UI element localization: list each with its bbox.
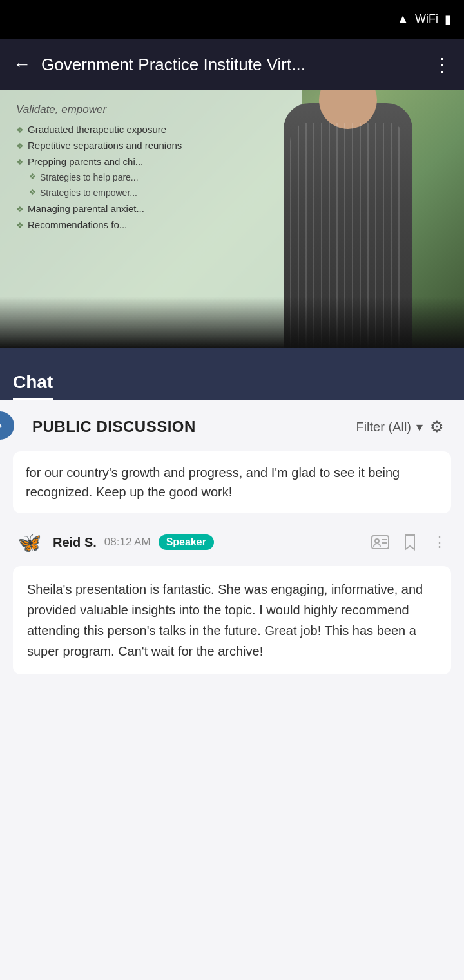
bullet-icon: ❖ (16, 141, 24, 151)
speaker-badge: Speaker (159, 534, 214, 550)
more-options-icon[interactable]: ⋮ (428, 531, 451, 554)
bookmark-icon[interactable] (398, 531, 421, 554)
wifi-icon: WiFi (415, 12, 438, 26)
avatar: 🦋 (13, 526, 45, 558)
filter-label: Filter (All) (356, 420, 411, 435)
previous-message-text: for our country's growth and progress, a… (26, 466, 400, 499)
battery-icon: ▮ (445, 12, 451, 26)
filter-button[interactable]: Filter (All) ▾ (356, 419, 423, 435)
status-bar: ▲ WiFi ▮ (0, 0, 464, 39)
back-button[interactable]: ← (13, 54, 31, 75)
app-header: ← Government Practice Institute Virt... … (0, 39, 464, 90)
gear-icon: ⚙ (430, 418, 444, 436)
header-title: Government Practice Institute Virt... (41, 55, 423, 75)
chat-tab-bar: Chat (0, 348, 464, 400)
chat-tab[interactable]: Chat (13, 372, 53, 400)
signal-icon: ▲ (397, 12, 409, 26)
video-player[interactable]: Validate, empower ❖ Graduated therapeuti… (0, 90, 464, 348)
chevron-right-icon: › (0, 417, 3, 434)
discussion-header: › PUBLIC DISCUSSION Filter (All) ▾ ⚙ (0, 400, 464, 451)
discussion-panel: › PUBLIC DISCUSSION Filter (All) ▾ ⚙ for… (0, 400, 464, 980)
chevron-down-icon: ▾ (416, 419, 423, 435)
sub-bullet-icon: ❖ (29, 172, 36, 181)
message-actions: ⋮ (369, 531, 451, 554)
bullet-icon: ❖ (16, 204, 24, 214)
user-name: Reid S. (53, 535, 97, 550)
bullet-icon: ❖ (16, 125, 24, 135)
chat-messages: for our country's growth and progress, a… (0, 451, 464, 674)
message-meta: 🦋 Reid S. 08:12 AM Speaker (13, 526, 451, 558)
bullet-icon: ❖ (16, 220, 24, 230)
profile-card-icon[interactable] (369, 531, 392, 554)
bullet-icon: ❖ (16, 157, 24, 167)
stage-shadow (0, 297, 464, 348)
chat-section: Chat › PUBLIC DISCUSSION Filter (All) ▾ … (0, 348, 464, 980)
status-icons: ▲ WiFi ▮ (397, 12, 451, 26)
message-text: Sheila's presentation is fantastic. She … (27, 582, 423, 658)
message-bubble: Sheila's presentation is fantastic. She … (13, 566, 451, 674)
video-background: Validate, empower ❖ Graduated therapeuti… (0, 90, 464, 348)
svg-point-1 (375, 539, 379, 543)
message-row: 🦋 Reid S. 08:12 AM Speaker (13, 526, 451, 674)
more-options-button[interactable]: ⋮ (433, 54, 451, 75)
discussion-title: PUBLIC DISCUSSION (32, 418, 196, 436)
sub-bullet-icon: ❖ (29, 188, 36, 197)
message-timestamp: 08:12 AM (104, 536, 151, 549)
settings-button[interactable]: ⚙ (423, 413, 451, 441)
previous-message-bubble: for our country's growth and progress, a… (13, 451, 451, 513)
collapse-button[interactable]: › (0, 411, 14, 440)
